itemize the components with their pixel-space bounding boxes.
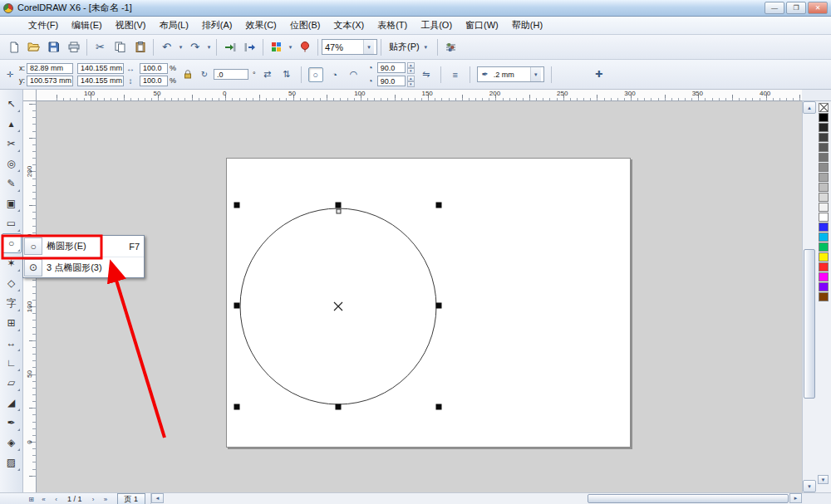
color-swatch[interactable] xyxy=(819,213,829,222)
zoom-dropdown-icon[interactable]: ▾ xyxy=(363,40,374,54)
arc-mode-button[interactable]: ◠ xyxy=(347,67,361,82)
new-document-button[interactable] xyxy=(4,37,23,56)
minimize-button[interactable]: — xyxy=(765,2,784,14)
previous-page-button[interactable]: ‹ xyxy=(50,494,62,504)
menu-item[interactable]: 排列(A) xyxy=(195,17,239,34)
color-swatch[interactable] xyxy=(819,173,829,182)
color-swatch[interactable] xyxy=(819,183,829,192)
app-launcher-dropdown-button[interactable]: ▾ xyxy=(287,44,294,51)
color-swatch[interactable] xyxy=(819,103,829,112)
flyout-item-3-point-ellipse[interactable]: ⊙ 3 点椭圆形(3) xyxy=(23,257,144,277)
menu-item[interactable]: 工具(O) xyxy=(414,17,459,34)
color-swatch[interactable] xyxy=(819,203,829,212)
color-swatch[interactable] xyxy=(819,163,829,172)
next-page-button[interactable]: › xyxy=(87,494,100,504)
undo-button[interactable]: ↶ xyxy=(157,37,176,56)
menu-item[interactable]: 窗口(W) xyxy=(459,17,505,34)
color-swatch[interactable] xyxy=(819,223,829,232)
print-button[interactable] xyxy=(64,37,83,56)
options-button[interactable] xyxy=(441,37,460,56)
scale-horizontal-field[interactable]: 100.0 xyxy=(140,63,168,74)
color-swatch[interactable] xyxy=(819,113,829,122)
redo-button[interactable]: ↷ xyxy=(185,37,204,56)
ellipse-mode-button[interactable]: ○ xyxy=(308,67,323,82)
handle-top-left[interactable] xyxy=(234,203,240,208)
first-page-button[interactable]: « xyxy=(37,494,50,504)
color-swatch[interactable] xyxy=(819,242,829,252)
handle-bottom-left[interactable] xyxy=(234,404,240,410)
add-page-button[interactable]: ⊞ xyxy=(25,494,37,504)
basic-shapes-tool[interactable]: ◇ xyxy=(2,273,22,293)
vertical-scrollbar[interactable]: ▲ ▼ xyxy=(802,101,816,492)
handle-middle-right[interactable] xyxy=(436,303,442,309)
export-button[interactable] xyxy=(240,37,259,56)
color-swatch[interactable] xyxy=(819,282,829,291)
color-swatch[interactable] xyxy=(819,143,829,152)
wrap-text-button[interactable]: ≡ xyxy=(448,67,463,82)
pick-tool[interactable]: ↖ xyxy=(2,94,22,114)
dimension-tool[interactable]: ↔ xyxy=(2,333,22,353)
spin-up-icon[interactable]: ▴ xyxy=(407,62,415,68)
arc-end-angle-field[interactable]: 90.0 xyxy=(377,76,406,86)
polygon-tool[interactable]: ✶ xyxy=(2,253,22,273)
color-swatch[interactable] xyxy=(819,153,829,162)
object-height-field[interactable]: 140.155 mm xyxy=(77,76,124,86)
horizontal-scroll-thumb[interactable] xyxy=(588,494,789,503)
scroll-up-button[interactable]: ▲ xyxy=(803,101,816,114)
outline-pen-tool[interactable]: ✒ xyxy=(2,413,22,433)
arc-direction-button[interactable]: ⇋ xyxy=(419,67,434,82)
undo-dropdown-button[interactable]: ▾ xyxy=(177,44,184,51)
x-position-field[interactable]: 82.89 mm xyxy=(27,63,73,74)
snap-to-dropdown[interactable]: 贴齐(P) ▾ xyxy=(385,39,434,55)
freehand-tool[interactable]: ✎ xyxy=(2,174,22,193)
spin-down-icon[interactable]: ▾ xyxy=(407,68,415,74)
handle-bottom-right[interactable] xyxy=(436,404,442,410)
blend-tool[interactable]: ▱ xyxy=(2,373,22,393)
rectangle-tool[interactable]: ▭ xyxy=(2,213,22,233)
maximize-button[interactable]: ❐ xyxy=(786,2,806,14)
last-page-button[interactable]: » xyxy=(100,494,112,504)
welcome-screen-button[interactable] xyxy=(295,37,314,56)
paste-button[interactable] xyxy=(130,37,150,56)
horizontal-scrollbar[interactable]: ◄ ► xyxy=(150,493,802,504)
mirror-horizontal-button[interactable]: ⇄ xyxy=(260,67,275,82)
menu-item[interactable]: 视图(V) xyxy=(109,17,153,34)
ellipse-tool[interactable]: ○ xyxy=(2,233,22,253)
handle-middle-left[interactable] xyxy=(234,303,240,309)
handle-top-center[interactable] xyxy=(336,203,342,208)
scroll-left-button[interactable]: ◄ xyxy=(151,493,164,503)
menu-item[interactable]: 编辑(E) xyxy=(65,17,109,34)
menu-item[interactable]: 帮助(H) xyxy=(505,17,549,34)
menu-item[interactable]: 布局(L) xyxy=(152,17,194,34)
color-swatch[interactable] xyxy=(819,133,829,142)
arc-start-angle-field[interactable]: 90.0 xyxy=(377,62,406,73)
color-swatch[interactable] xyxy=(819,252,829,262)
color-swatch[interactable] xyxy=(819,262,829,272)
lock-ratio-button[interactable] xyxy=(180,67,195,82)
zoom-level-combo[interactable]: 47% ▾ xyxy=(322,39,377,55)
fill-tool[interactable]: ◈ xyxy=(2,433,22,453)
app-launcher-button[interactable] xyxy=(267,37,286,56)
ruler-origin[interactable] xyxy=(23,90,37,101)
menu-item[interactable]: 位图(B) xyxy=(283,17,327,34)
color-swatch[interactable] xyxy=(819,193,829,202)
color-eyedropper-tool[interactable]: ◢ xyxy=(2,393,22,413)
page-tab[interactable]: 页 1 xyxy=(117,493,146,504)
crossed-arrows-button[interactable]: ✚ xyxy=(592,67,607,82)
menu-item[interactable]: 文件(F) xyxy=(22,17,65,34)
y-position-field[interactable]: 100.573 mm xyxy=(27,76,73,86)
vertical-scroll-thumb[interactable] xyxy=(804,249,815,399)
rotation-angle-field[interactable]: .0 xyxy=(214,69,248,80)
spin-up-icon[interactable]: ▴ xyxy=(407,76,415,81)
outline-width-combo[interactable]: ✒ .2 mm ▾ xyxy=(477,66,544,82)
mirror-vertical-button[interactable]: ⇅ xyxy=(279,67,294,82)
flyout-item-ellipse[interactable]: ○ 椭圆形(E) F7 xyxy=(23,236,144,257)
handle-bottom-center[interactable] xyxy=(336,404,342,410)
shape-tool[interactable]: ▴ xyxy=(2,114,22,134)
menu-item[interactable]: 效果(C) xyxy=(239,17,283,34)
spin-down-icon[interactable]: ▾ xyxy=(407,81,415,87)
table-tool[interactable]: ⊞ xyxy=(2,313,22,333)
open-document-button[interactable] xyxy=(24,37,43,56)
save-button[interactable] xyxy=(44,37,63,56)
zoom-tool[interactable]: ◎ xyxy=(2,154,22,174)
